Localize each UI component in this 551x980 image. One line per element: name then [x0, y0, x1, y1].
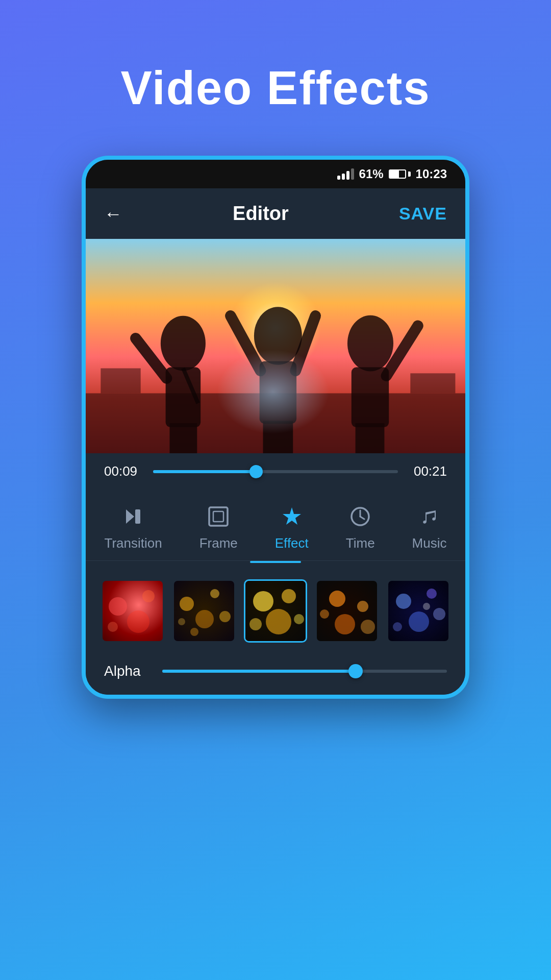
- svg-point-41: [329, 591, 345, 607]
- svg-point-42: [357, 601, 368, 612]
- tab-transition[interactable]: Transition: [94, 498, 172, 556]
- timeline-progress: [153, 470, 256, 473]
- svg-point-39: [249, 618, 262, 630]
- indicator-transition: [98, 561, 149, 563]
- svg-rect-21: [213, 511, 223, 522]
- svg-point-13: [347, 315, 393, 372]
- svg-point-17: [193, 326, 353, 446]
- time-label: Time: [346, 535, 375, 551]
- indicator-music: [402, 561, 453, 563]
- effects-section: [86, 569, 465, 653]
- svg-point-48: [409, 611, 429, 632]
- alpha-track[interactable]: [162, 670, 447, 673]
- svg-marker-22: [283, 507, 301, 525]
- svg-rect-2: [410, 373, 455, 393]
- svg-point-51: [423, 603, 430, 610]
- svg-rect-19: [135, 509, 140, 524]
- svg-point-40: [294, 614, 304, 624]
- svg-point-26: [109, 597, 127, 616]
- effect-item-3[interactable]: [244, 579, 307, 643]
- status-bar: 61% 10:23: [86, 160, 465, 188]
- svg-point-37: [282, 589, 296, 603]
- svg-point-32: [195, 610, 214, 628]
- tab-time[interactable]: Time: [336, 498, 385, 556]
- svg-rect-6: [169, 423, 197, 453]
- page-title: Video Effects: [120, 61, 430, 115]
- effect-label: Effect: [275, 535, 309, 551]
- indicator-time: [326, 561, 377, 563]
- battery-icon: [389, 169, 411, 179]
- svg-point-50: [393, 622, 402, 631]
- transition-label: Transition: [104, 535, 162, 551]
- indicator-frame: [174, 561, 225, 563]
- transition-icon: [119, 503, 147, 530]
- music-label: Music: [412, 535, 447, 551]
- svg-point-27: [142, 590, 155, 602]
- svg-point-33: [219, 611, 231, 622]
- svg-point-29: [108, 622, 118, 632]
- tab-effect[interactable]: Effect: [265, 498, 319, 556]
- time-end: 00:21: [406, 463, 447, 479]
- music-icon: [416, 503, 443, 530]
- alpha-label: Alpha: [104, 663, 150, 679]
- tab-frame[interactable]: Frame: [189, 498, 248, 556]
- svg-point-35: [178, 618, 185, 625]
- svg-point-3: [161, 316, 206, 371]
- effect-icon: [278, 503, 306, 530]
- timeline-thumb[interactable]: [249, 465, 263, 478]
- signal-icon: [337, 168, 354, 180]
- effect-item-4[interactable]: [315, 579, 379, 643]
- battery-percent: 61%: [359, 167, 384, 181]
- svg-point-45: [361, 620, 375, 634]
- svg-point-46: [396, 594, 411, 609]
- effect-item-2[interactable]: [172, 579, 236, 643]
- timeline-bar: 00:09 00:21: [86, 453, 465, 489]
- svg-point-30: [180, 597, 194, 611]
- svg-rect-20: [209, 507, 228, 526]
- alpha-section: Alpha: [86, 653, 465, 695]
- status-icons: 61% 10:23: [337, 167, 447, 181]
- indicator-effect: [250, 561, 301, 563]
- svg-point-47: [427, 589, 437, 599]
- save-button[interactable]: SAVE: [399, 204, 447, 224]
- svg-rect-1: [101, 369, 140, 394]
- frame-label: Frame: [199, 535, 238, 551]
- clock: 10:23: [416, 167, 447, 181]
- svg-line-25: [360, 517, 364, 519]
- effects-grid: [98, 579, 453, 643]
- svg-point-31: [210, 589, 219, 598]
- svg-point-44: [320, 609, 329, 619]
- svg-point-38: [266, 609, 291, 634]
- svg-marker-18: [126, 509, 134, 524]
- tool-tabs: Transition Frame Effect: [86, 489, 465, 561]
- svg-point-36: [253, 591, 273, 611]
- back-button[interactable]: ←: [104, 203, 122, 225]
- svg-point-28: [127, 610, 149, 633]
- timeline-track[interactable]: [153, 470, 398, 473]
- effect-item-1[interactable]: [101, 579, 164, 643]
- people-silhouettes: [86, 239, 465, 453]
- app-header: ← Editor SAVE: [86, 188, 465, 239]
- frame-icon: [205, 503, 232, 530]
- tab-indicator-row: [86, 561, 465, 569]
- time-start: 00:09: [104, 463, 145, 479]
- svg-point-34: [190, 628, 198, 636]
- svg-point-49: [433, 608, 445, 620]
- svg-rect-16: [356, 423, 385, 453]
- tab-music[interactable]: Music: [402, 498, 457, 556]
- svg-point-43: [335, 614, 355, 634]
- alpha-thumb[interactable]: [348, 664, 363, 678]
- phone-mockup: 61% 10:23 ← Editor SAVE: [82, 156, 469, 699]
- alpha-fill: [162, 670, 356, 673]
- effect-item-5[interactable]: [387, 579, 450, 643]
- video-preview: [86, 239, 465, 453]
- editor-title: Editor: [233, 203, 289, 225]
- time-icon: [346, 503, 374, 530]
